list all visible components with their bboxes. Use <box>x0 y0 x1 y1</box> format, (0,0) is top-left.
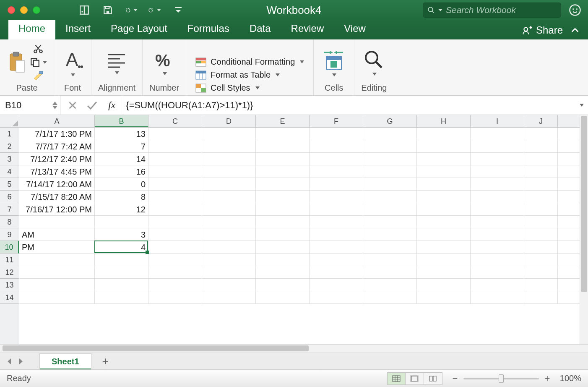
cell[interactable] <box>310 165 363 178</box>
column-header[interactable]: E <box>256 115 310 127</box>
paste-button[interactable] <box>7 50 26 74</box>
cell[interactable] <box>363 165 417 178</box>
normal-view-button[interactable] <box>387 372 406 385</box>
cell[interactable] <box>471 140 524 152</box>
column-header[interactable]: G <box>363 115 417 127</box>
cell[interactable] <box>148 266 202 278</box>
cell[interactable] <box>256 153 310 165</box>
cell[interactable] <box>471 241 524 253</box>
cell[interactable] <box>310 228 363 241</box>
cell[interactable] <box>417 203 471 215</box>
row-header[interactable]: 5 <box>0 178 19 191</box>
cell[interactable] <box>417 178 471 190</box>
cell[interactable] <box>417 153 471 165</box>
alignment-button[interactable] <box>105 50 128 74</box>
save-icon[interactable] <box>101 4 114 16</box>
cells-button[interactable] <box>320 48 347 76</box>
sheet-tab[interactable]: Sheet1 <box>39 353 91 369</box>
cell[interactable] <box>363 128 417 140</box>
row-header[interactable]: 10 <box>0 241 19 254</box>
cell[interactable] <box>471 153 524 165</box>
cell[interactable] <box>256 140 310 152</box>
vertical-scrollbar[interactable] <box>580 115 588 344</box>
row-header[interactable]: 4 <box>0 165 19 178</box>
cell[interactable] <box>417 241 471 253</box>
cell[interactable] <box>363 153 417 165</box>
copy-button[interactable] <box>29 57 47 68</box>
fullscreen-window-button[interactable] <box>33 6 40 14</box>
cell[interactable] <box>256 241 310 253</box>
name-box[interactable]: B10 <box>0 96 60 115</box>
column-header[interactable]: D <box>202 115 256 127</box>
page-break-view-button[interactable] <box>424 372 442 385</box>
cell[interactable] <box>471 128 524 140</box>
cell[interactable] <box>524 254 558 266</box>
tab-insert[interactable]: Insert <box>55 18 101 39</box>
cell[interactable] <box>95 266 148 278</box>
zoom-out-button[interactable]: − <box>451 373 459 384</box>
column-header[interactable]: I <box>471 115 524 127</box>
cell[interactable] <box>524 291 558 303</box>
tab-review[interactable]: Review <box>281 18 334 39</box>
cell[interactable] <box>148 216 202 228</box>
cell[interactable] <box>363 191 417 203</box>
tab-data[interactable]: Data <box>239 18 281 39</box>
cell[interactable]: 7/7/17 7:42 AM <box>19 140 95 152</box>
cell[interactable] <box>256 178 310 190</box>
add-sheet-button[interactable]: + <box>102 355 109 368</box>
cell[interactable] <box>363 228 417 241</box>
formula-input[interactable]: {=SUM((HOUR(A1:A7)>11)*1)} <box>123 96 588 115</box>
row-header[interactable]: 13 <box>0 279 19 291</box>
zoom-in-button[interactable]: + <box>543 373 552 384</box>
cell[interactable] <box>524 266 558 278</box>
cell[interactable] <box>417 165 471 178</box>
row-header[interactable]: 12 <box>0 266 19 279</box>
cell[interactable] <box>202 241 256 253</box>
cell[interactable] <box>524 128 558 140</box>
cell[interactable] <box>202 153 256 165</box>
cell[interactable] <box>471 203 524 215</box>
cell[interactable]: 8 <box>95 191 148 203</box>
cell[interactable] <box>148 128 202 140</box>
cell[interactable] <box>202 140 256 152</box>
column-header[interactable]: H <box>417 115 471 127</box>
column-header[interactable]: F <box>310 115 363 127</box>
cell[interactable] <box>256 266 310 278</box>
cell[interactable] <box>148 254 202 266</box>
cell[interactable] <box>417 216 471 228</box>
cell[interactable] <box>148 241 202 253</box>
cell[interactable] <box>148 178 202 190</box>
format-as-table-button[interactable]: Format as Table <box>195 70 304 80</box>
row-header[interactable]: 9 <box>0 228 19 241</box>
cell[interactable] <box>524 165 558 178</box>
search-dropdown-icon[interactable] <box>438 9 442 11</box>
sheet-next-icon[interactable] <box>18 358 24 365</box>
cell[interactable] <box>363 254 417 266</box>
cell[interactable] <box>148 140 202 152</box>
cell[interactable] <box>363 279 417 291</box>
format-painter-button[interactable] <box>32 70 44 81</box>
qat-customize-button[interactable] <box>172 4 185 16</box>
cell[interactable] <box>95 254 148 266</box>
page-layout-view-button[interactable] <box>406 372 424 385</box>
cell[interactable] <box>471 254 524 266</box>
cell[interactable] <box>19 216 95 228</box>
cell[interactable] <box>363 241 417 253</box>
cell[interactable] <box>471 228 524 241</box>
redo-button[interactable] <box>148 4 161 16</box>
cell[interactable] <box>524 178 558 190</box>
undo-button[interactable] <box>125 4 138 16</box>
cell[interactable] <box>19 254 95 266</box>
column-header[interactable]: C <box>148 115 202 127</box>
cell[interactable] <box>310 279 363 291</box>
cell[interactable] <box>19 279 95 291</box>
cell[interactable] <box>202 165 256 178</box>
cell[interactable] <box>256 191 310 203</box>
cell[interactable] <box>19 266 95 278</box>
cell[interactable] <box>202 228 256 241</box>
cell[interactable] <box>256 228 310 241</box>
cell[interactable] <box>202 178 256 190</box>
cell[interactable] <box>363 216 417 228</box>
cell[interactable] <box>256 279 310 291</box>
cell[interactable] <box>417 191 471 203</box>
